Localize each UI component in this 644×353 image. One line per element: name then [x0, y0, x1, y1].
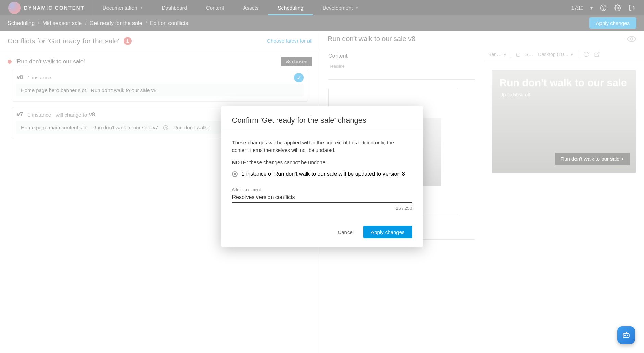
modal-bullet-text: 1 instance of Run don't walk to our sale…: [242, 171, 405, 177]
modal-description-1: These changes will be applied within the…: [232, 139, 412, 154]
svg-point-7: [627, 335, 628, 336]
svg-rect-5: [623, 334, 629, 338]
confirm-changes-modal: Confirm 'Get ready for the sale' changes…: [221, 106, 423, 246]
cancel-button[interactable]: Cancel: [334, 226, 357, 238]
modal-note: NOTE: these changes cannot be undone.: [232, 159, 412, 166]
modal-title: Confirm 'Get ready for the sale' changes: [232, 116, 412, 125]
comment-input[interactable]: [232, 192, 412, 203]
chat-assistant-button[interactable]: [617, 326, 635, 344]
modal-overlay: Confirm 'Get ready for the sale' changes…: [0, 0, 644, 353]
apply-changes-button[interactable]: Apply changes: [363, 226, 412, 238]
bullet-icon: [232, 171, 238, 177]
svg-point-6: [625, 335, 626, 336]
comment-char-count: 26 / 250: [232, 206, 412, 211]
comment-label: Add a comment: [232, 187, 412, 192]
